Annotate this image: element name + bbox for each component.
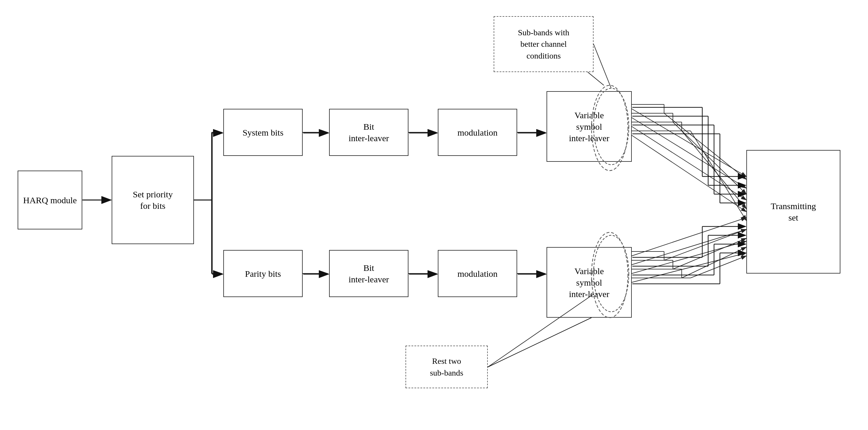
svg-line-16 <box>632 126 746 200</box>
svg-line-18 <box>632 218 746 256</box>
svg-line-36 <box>690 131 746 221</box>
transmitting-set-box: Transmittingset <box>746 150 840 274</box>
modulation-top-box: modulation <box>438 109 517 156</box>
set-priority-box: Set priorityfor bits <box>112 156 194 244</box>
svg-line-33 <box>664 113 746 179</box>
svg-line-20 <box>632 241 746 274</box>
subbands-better-box: Sub-bands withbetter channelconditions <box>494 16 594 72</box>
svg-line-19 <box>632 229 746 265</box>
parity-bits-box: Parity bits <box>223 250 303 297</box>
svg-line-47 <box>690 256 746 278</box>
svg-line-35 <box>682 131 746 209</box>
svg-line-87 <box>588 72 604 85</box>
svg-line-88 <box>488 318 591 367</box>
rest-subbands-box: Rest twosub-bands <box>405 346 488 388</box>
svg-line-17 <box>632 135 746 212</box>
svg-line-14 <box>632 109 746 176</box>
svg-line-21 <box>632 253 746 282</box>
svg-line-46 <box>682 247 746 278</box>
svg-line-23 <box>594 44 611 88</box>
svg-line-44 <box>664 229 746 260</box>
diagram-container: HARQ module Set priorityfor bits System … <box>0 0 868 430</box>
bit-interleaver-bot-box: Bitinter-leaver <box>329 250 408 297</box>
variable-symbol-top-box: Variablesymbolinter-leaver <box>547 91 632 162</box>
variable-symbol-bot-box: Variablesymbolinter-leaver <box>547 247 632 318</box>
system-bits-box: System bits <box>223 109 303 156</box>
svg-line-34 <box>673 122 746 194</box>
bit-interleaver-top-box: Bitinter-leaver <box>329 109 408 156</box>
modulation-bot-box: modulation <box>438 250 517 297</box>
harq-module-box: HARQ module <box>18 171 82 229</box>
svg-line-45 <box>673 238 746 269</box>
svg-line-15 <box>632 118 746 188</box>
